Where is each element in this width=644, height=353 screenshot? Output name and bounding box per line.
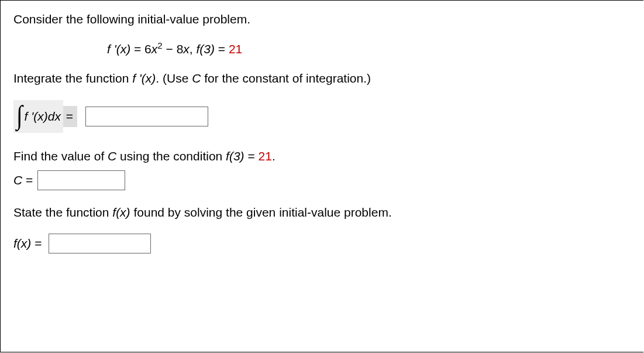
eqn-fprime: f '(x) xyxy=(107,42,130,56)
int-prompt-c: C xyxy=(192,71,201,85)
intro-text: Consider the following initial-value pro… xyxy=(13,11,632,28)
int-prompt-a: Integrate the function xyxy=(13,71,132,85)
fx-label: f(x) = xyxy=(13,237,42,251)
state-a: State the function xyxy=(13,205,112,219)
findc-period: . xyxy=(272,149,275,163)
fx-answer-input[interactable] xyxy=(49,234,151,253)
eqn-coef1: 6 xyxy=(144,42,151,56)
c-label: C = xyxy=(13,173,33,187)
state-prompt: State the function f(x) found by solving… xyxy=(13,204,632,221)
eqn-exp1: 2 xyxy=(157,40,162,50)
c-label-text: C xyxy=(13,173,22,187)
given-equation: f '(x) = 6x2 − 8x, f(3) = 21 xyxy=(13,40,632,56)
eqn-cond-val: 21 xyxy=(229,42,242,56)
findc-C: C xyxy=(108,149,116,163)
fx-eq: = xyxy=(31,237,42,250)
fx-row: f(x) = xyxy=(13,234,632,253)
integral-equals: = xyxy=(62,106,77,127)
integrand: f '(x)dx xyxy=(25,109,61,124)
c-eq: = xyxy=(22,173,33,187)
integral-row: ∫ f '(x)dx = xyxy=(13,100,632,133)
fx-label-text: f(x) xyxy=(13,237,31,250)
eqn-coef2: 8 xyxy=(177,42,184,56)
int-prompt-b: . (Use xyxy=(156,71,192,85)
integrate-prompt: Integrate the function f '(x). (Use C fo… xyxy=(13,70,632,87)
findc-cond: f(3) xyxy=(226,149,244,163)
eqn-minus: − xyxy=(163,42,177,56)
eqn-eq2: = xyxy=(215,42,229,56)
findc-a: Find the value of xyxy=(13,149,108,163)
int-prompt-d: for the constant of integration.) xyxy=(201,71,371,85)
integral-sign-icon: ∫ xyxy=(16,102,23,129)
eqn-x1: x xyxy=(151,42,158,56)
state-fx: f(x) xyxy=(112,205,130,219)
state-b: found by solving the given initial-value… xyxy=(130,205,392,219)
question-container: Consider the following initial-value pro… xyxy=(0,0,643,352)
find-c-prompt: Find the value of C using the condition … xyxy=(13,148,632,164)
eqn-eq1: = xyxy=(130,42,144,56)
findc-val: 21 xyxy=(259,149,272,163)
integral-answer-input[interactable] xyxy=(85,107,208,126)
int-prompt-fx: f '(x) xyxy=(132,71,156,85)
integral-lhs: ∫ f '(x)dx xyxy=(13,100,63,133)
findc-eq: = xyxy=(244,149,259,163)
c-row: C = xyxy=(13,170,632,190)
findc-b: using the condition xyxy=(116,149,226,163)
eqn-x2: x xyxy=(183,42,190,56)
eqn-cond-lhs: f(3) xyxy=(197,42,215,56)
eqn-comma: , xyxy=(190,42,197,56)
c-answer-input[interactable] xyxy=(37,170,125,190)
